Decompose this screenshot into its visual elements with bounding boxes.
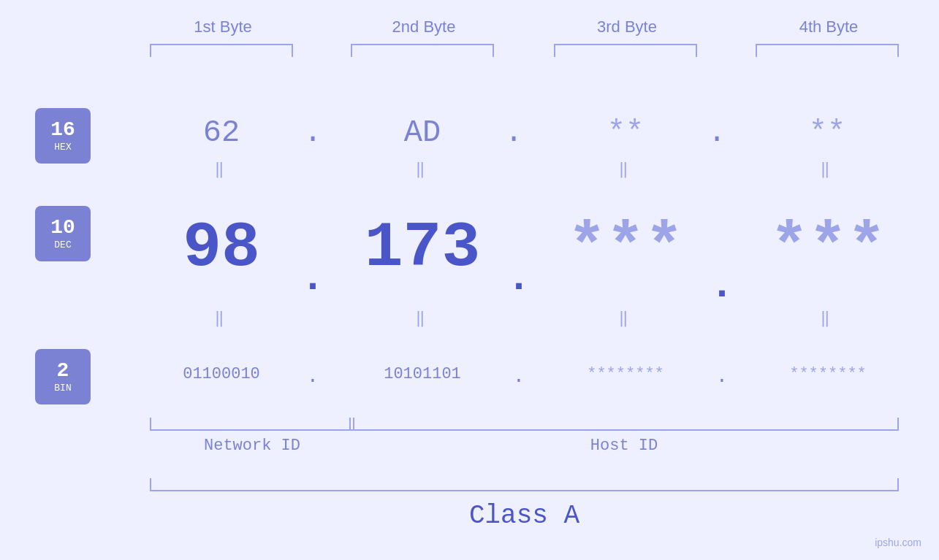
- top-bracket-1: [150, 44, 293, 57]
- byte1-header: 1st Byte: [150, 18, 296, 37]
- network-bracket: [150, 418, 354, 431]
- top-bracket-4: [756, 44, 899, 57]
- sep1-2: ‖: [351, 159, 494, 179]
- dec-b4: ***: [720, 212, 936, 284]
- bin-base-label: BIN: [54, 383, 71, 394]
- host-id-label: Host ID: [349, 437, 899, 455]
- hex-b1: 62: [150, 115, 293, 150]
- hex-base-num: 16: [50, 119, 75, 142]
- dec-badge: 10 DEC: [35, 206, 91, 261]
- hex-b2: AD: [351, 115, 494, 150]
- full-bottom-bracket: [150, 478, 899, 491]
- sep1-3: ‖: [554, 159, 697, 179]
- sep2-3: ‖: [554, 308, 697, 328]
- bin-b3: ********: [517, 365, 734, 383]
- hex-badge: 16 HEX: [35, 108, 91, 164]
- top-bracket-2: [351, 44, 494, 57]
- network-id-label: Network ID: [150, 437, 354, 455]
- byte4-header: 4th Byte: [756, 18, 902, 37]
- sep2-4: ‖: [756, 308, 899, 328]
- byte3-header: 3rd Byte: [554, 18, 700, 37]
- hex-b4: **: [756, 115, 899, 150]
- host-bracket: [349, 418, 899, 431]
- class-label: Class A: [150, 501, 899, 531]
- sep2-2: ‖: [351, 308, 494, 328]
- watermark: ipshu.com: [875, 537, 921, 548]
- dec-b2: 173: [314, 212, 531, 284]
- bin-base-num: 2: [57, 360, 69, 383]
- main-layout: 1st Byte 2nd Byte 3rd Byte 4th Byte 16 H…: [0, 0, 939, 560]
- hex-dot1: .: [294, 115, 331, 150]
- bin-badge: 2 BIN: [35, 349, 91, 404]
- hex-dot2: .: [495, 115, 532, 150]
- hex-dot3: .: [699, 115, 735, 150]
- dec-base-label: DEC: [54, 239, 71, 250]
- dec-b3: ***: [517, 212, 734, 284]
- bin-b4: ********: [720, 365, 936, 383]
- hex-base-label: HEX: [54, 142, 71, 153]
- top-bracket-3: [554, 44, 697, 57]
- sep1-4: ‖: [756, 159, 899, 179]
- bin-b2: 10101101: [314, 365, 531, 383]
- dec-base-num: 10: [50, 217, 75, 239]
- hex-b3: **: [554, 115, 697, 150]
- byte2-header: 2nd Byte: [351, 18, 497, 37]
- sep1-1: ‖: [150, 159, 293, 179]
- sep2-1: ‖: [150, 308, 293, 328]
